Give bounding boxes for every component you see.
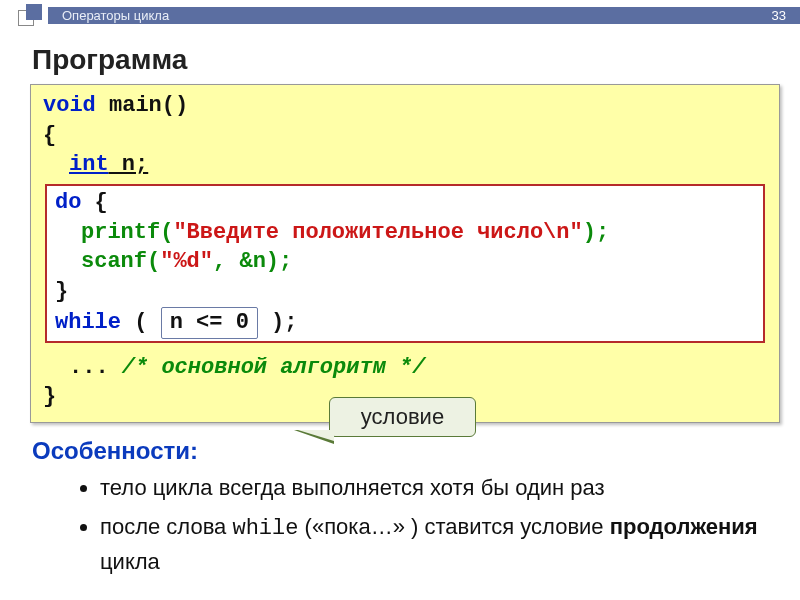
code-func-scanf: scanf [81,249,147,274]
condition-callout: условие [329,397,476,437]
features-heading: Особенности: [32,437,800,465]
code-ellipsis: ... [69,355,122,380]
bullet-text: после слова [100,514,232,539]
list-item: тело цикла всегда выполняется хотя бы од… [100,471,800,504]
do-while-block: do { printf("Введите положительное число… [45,184,765,342]
code-text: ( [147,249,160,274]
inline-code-while: while [232,516,298,541]
breadcrumb: Операторы цикла 33 [48,7,800,24]
code-text: n; [109,152,149,177]
code-string: "%d" [160,249,213,274]
code-keyword-void: void [43,93,96,118]
code-text: ); [583,220,609,245]
breadcrumb-text: Операторы цикла [62,8,169,23]
bullet-bold: продолжения [610,514,758,539]
bullet-text: («пока…» ) ставится условие [298,514,609,539]
page-number: 33 [772,8,786,23]
code-keyword-int: int [69,152,109,177]
while-condition: n <= 0 [170,310,249,335]
code-text: ); [258,310,298,335]
features-list: тело цикла всегда выполняется хотя бы од… [60,471,800,578]
callout-label: условие [361,402,444,432]
code-brace-open: { [43,121,767,151]
code-text: ( [121,310,161,335]
code-text: ( [160,220,173,245]
page-title: Программа [32,44,800,76]
slide-header: Операторы цикла 33 [0,0,800,28]
code-block: void main() { int n; do { printf("Введит… [30,84,780,423]
bullet-text: тело цикла всегда выполняется хотя бы од… [100,475,605,500]
bullet-text: цикла [100,549,160,574]
code-keyword-do: do [55,190,81,215]
code-text: , &n); [213,249,292,274]
code-text: main() [96,93,188,118]
while-condition-box: n <= 0 [161,307,258,339]
code-string: "Введите положительное число\n" [173,220,582,245]
code-comment: /* основной алгоритм */ [122,355,426,380]
list-item: после слова while («пока…» ) ставится ус… [100,510,800,578]
code-func-printf: printf [81,220,160,245]
header-decor-square-fill [26,4,42,20]
code-text: { [81,190,107,215]
code-keyword-while: while [55,310,121,335]
code-brace-close-inner: } [55,277,755,307]
